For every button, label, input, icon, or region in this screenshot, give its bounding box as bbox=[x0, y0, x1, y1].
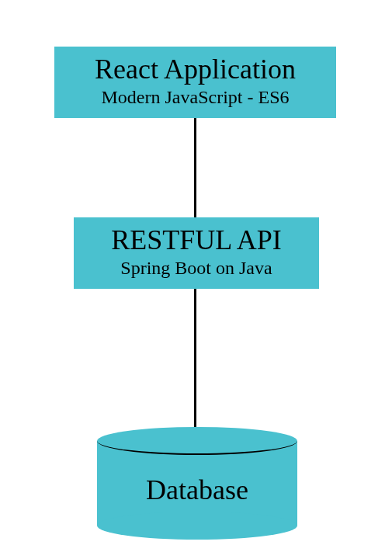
api-subtitle: Spring Boot on Java bbox=[74, 256, 319, 285]
database-title: Database bbox=[97, 427, 297, 546]
connector-api-database bbox=[194, 289, 196, 436]
frontend-box: React Application Modern JavaScript - ES… bbox=[54, 47, 336, 118]
api-box: RESTFUL API Spring Boot on Java bbox=[74, 217, 319, 289]
database-cylinder: Database bbox=[97, 427, 297, 540]
frontend-subtitle: Modern JavaScript - ES6 bbox=[54, 85, 336, 114]
api-title: RESTFUL API bbox=[74, 217, 319, 256]
connector-frontend-api bbox=[194, 118, 196, 217]
frontend-title: React Application bbox=[54, 47, 336, 85]
